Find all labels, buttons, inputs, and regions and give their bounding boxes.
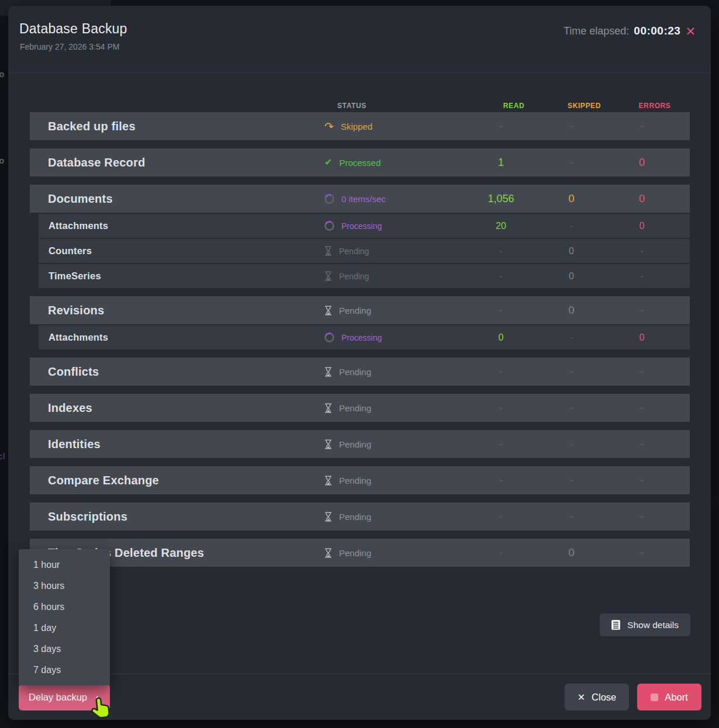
status-text: Pending [339, 403, 371, 413]
row-status: Pending [324, 548, 466, 558]
time-elapsed: Time elapsed: 00:00:23 ✕ [564, 25, 696, 37]
row-name: Counters [39, 245, 324, 256]
status-text: 0 items/sec [341, 194, 386, 204]
hourglass-icon [324, 367, 332, 377]
status-text: Pending [339, 512, 371, 522]
hourglass-icon [324, 246, 332, 256]
row-name: Backed up files [30, 120, 324, 133]
table-row: Database Record✔Processed1-0 [30, 148, 690, 176]
dropdown-item[interactable]: 3 days [19, 639, 110, 660]
row-status: ↷Skipped [324, 121, 466, 132]
table-group: Identities Pending--- [30, 430, 690, 458]
read-value: 1,056 [466, 193, 536, 205]
read-value: - [466, 366, 536, 378]
errors-value: - [607, 304, 677, 317]
row-status: Pending [324, 246, 466, 256]
time-elapsed-value: 00:00:23 [634, 25, 680, 37]
errors-value: 0 [607, 157, 677, 169]
status-text: Processing [341, 221, 382, 231]
close-button[interactable]: ✕ Close [565, 684, 629, 710]
row-status: 0 items/sec [324, 194, 466, 204]
status-text: Pending [339, 306, 371, 316]
dropdown-item[interactable]: 7 days [19, 660, 110, 681]
read-value: - [466, 120, 536, 133]
table-row: TimeSeries Deleted Ranges Pending-0- [30, 539, 690, 567]
column-header-read: READ [479, 102, 549, 110]
table-group: Compare Exchange Pending--- [30, 466, 690, 494]
table-row: Documents0 items/sec1,05600 [30, 185, 690, 213]
modal-footer: Delay backup ▲ ✕ Close Abort [8, 674, 711, 720]
read-value: - [466, 402, 536, 414]
dropdown-item[interactable]: 1 hour [19, 554, 110, 576]
status-text: Pending [339, 476, 371, 486]
row-status: Processing [324, 332, 466, 342]
table-group: Database Record✔Processed1-0 [30, 148, 690, 176]
skipped-value: - [536, 474, 607, 487]
errors-value: - [607, 246, 677, 256]
redo-arrow-icon: ↷ [324, 121, 334, 132]
read-value: 1 [466, 157, 536, 169]
errors-value: 0 [607, 193, 677, 205]
database-backup-modal: Database Backup February 27, 2026 3:54 P… [8, 6, 711, 720]
table-group: Revisions Pending-0-AttachmentsProcessin… [30, 296, 690, 349]
table-row: AttachmentsProcessing0-0 [39, 324, 690, 349]
dropdown-item[interactable]: 1 day [19, 618, 110, 639]
hourglass-icon [324, 403, 332, 413]
modal-subtitle: February 27, 2026 3:54 PM [20, 42, 119, 51]
errors-value: - [607, 366, 677, 378]
backdrop-text-fragment: cl [0, 451, 5, 461]
row-name: Indexes [30, 401, 324, 415]
read-value: - [466, 438, 536, 450]
close-icon[interactable]: ✕ [685, 25, 696, 37]
table-header-row: STATUS READ SKIPPED ERRORS [30, 99, 690, 112]
skipped-value: 0 [536, 246, 607, 256]
abort-button[interactable]: Abort [637, 684, 701, 710]
errors-value: - [607, 547, 677, 559]
table-row: AttachmentsProcessing20-0 [39, 213, 690, 238]
row-status: Pending [324, 306, 466, 316]
skipped-value: 0 [536, 304, 607, 317]
dropdown-item[interactable]: 6 hours [19, 597, 110, 618]
help-circle-icon [711, 497, 719, 506]
errors-value: - [607, 271, 677, 282]
hourglass-icon [324, 439, 332, 449]
close-label: Close [592, 692, 616, 703]
read-value: - [466, 271, 536, 282]
skipped-value: 0 [536, 193, 607, 205]
status-text: Processed [339, 158, 381, 168]
show-details-button[interactable]: Show details [600, 613, 690, 636]
errors-value: - [607, 438, 677, 450]
skipped-value: 0 [536, 271, 607, 282]
row-name: Attachments [39, 220, 324, 231]
delay-backup-button[interactable]: Delay backup ▲ [19, 684, 110, 710]
skipped-value: - [536, 402, 607, 414]
row-status: Pending [324, 367, 466, 377]
table-row: Backed up files↷Skipped--- [30, 112, 690, 140]
row-status: ✔Processed [324, 158, 466, 168]
backdrop-text-fragment: ro [0, 155, 5, 165]
skipped-value: - [536, 438, 607, 450]
skipped-value: - [536, 120, 607, 133]
delay-duration-dropdown: 1 hour3 hours6 hours1 day3 days7 days [19, 549, 110, 685]
table-group: Backed up files↷Skipped--- [30, 112, 690, 140]
row-name: Attachments [39, 332, 324, 343]
table-row: Counters Pending-0- [39, 238, 690, 263]
row-name: TimeSeries [39, 271, 324, 282]
status-text: Pending [339, 548, 371, 558]
stop-square-icon [651, 694, 658, 701]
list-icon [611, 620, 620, 630]
read-value: - [466, 474, 536, 487]
skipped-value: - [536, 511, 607, 523]
read-value: - [466, 511, 536, 523]
status-text: Pending [339, 272, 369, 281]
spinner-icon [323, 192, 336, 204]
hourglass-icon [324, 271, 332, 281]
row-name: Identities [30, 438, 324, 451]
dropdown-item[interactable]: 3 hours [19, 576, 110, 597]
abort-label: Abort [665, 692, 687, 703]
skipped-value: - [536, 221, 607, 231]
table-row: TimeSeries Pending-0- [39, 263, 690, 288]
show-details-label: Show details [627, 620, 679, 630]
row-status: Pending [324, 476, 466, 486]
row-name: Database Record [30, 156, 324, 169]
